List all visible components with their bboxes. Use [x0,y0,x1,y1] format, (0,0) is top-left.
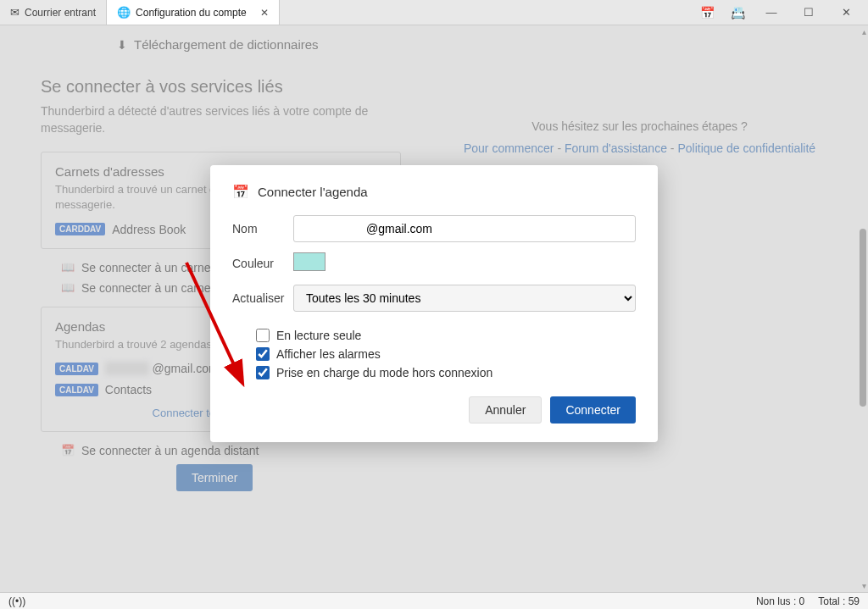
download-dictionaries-link[interactable]: ⬇ Téléchargement de dictionnaires [117,37,827,52]
window-close[interactable]: ✕ [831,6,861,19]
window-maximize[interactable]: ☐ [793,6,824,19]
scrollbar-thumb[interactable] [860,229,866,407]
caldav-tag: CALDAV [55,384,98,396]
calendar-connect-icon: 📅 [232,184,249,200]
label-refresh: Actualiser [232,291,293,305]
offline-label: Prise en charge du mode hors connexion [276,366,492,379]
label-name: Nom [232,222,293,235]
help-links: Pour commencer - Forum d'assistance - Po… [452,141,827,155]
calendar-icon[interactable]: 📅 [695,6,719,19]
addressbook-name: Address Book [112,223,186,236]
link-label: Se connecter à un agenda distant [81,444,259,457]
cancel-button[interactable]: Annuler [469,396,542,424]
agenda-color-picker[interactable] [293,252,326,271]
linked-services-sub: Thunderbird a détecté d'autres services … [41,103,401,136]
offline-row[interactable]: Prise en charge du mode hors connexion [256,366,636,379]
link-start[interactable]: Pour commencer [464,141,554,155]
alarms-row[interactable]: Afficher les alarmes [256,347,636,361]
carddav-tag: CARDDAV [55,223,105,235]
status-unread: Non lus : 0 [756,595,804,607]
label-color: Couleur [232,257,293,270]
refresh-interval-select[interactable]: Toutes les 30 minutes [293,285,636,312]
readonly-checkbox[interactable] [256,329,270,342]
link-forum[interactable]: Forum d'assistance [565,141,667,155]
connect-agenda-dialog: 📅 Connecter l'agenda Nom Couleur Actuali… [210,165,658,442]
readonly-row[interactable]: En lecture seule [256,329,636,342]
alarms-checkbox[interactable] [256,347,270,361]
book-icon: 📖 [61,281,75,294]
connect-button[interactable]: Connecter [550,396,636,424]
caldav-tag: CALDAV [55,363,98,375]
tab-account-config[interactable]: 🌐 Configuration du compte ✕ [107,0,280,25]
titlebar: ✉ Courrier entrant 🌐 Configuration du co… [0,0,868,25]
addressbook-icon[interactable]: 📇 [726,6,749,19]
statusbar: ((•)) Non lus : 0 Total : 59 [0,592,868,609]
tab-label: Configuration du compte [136,7,247,19]
contacts-label: Contacts [105,384,152,397]
calendar-icon: 📅 [61,444,75,457]
sync-icon[interactable]: ((•)) [8,595,25,607]
terminer-button[interactable]: Terminer [176,464,253,491]
linked-services-title: Se connecter à vos services liés [41,77,401,97]
close-tab-icon[interactable]: ✕ [260,7,269,19]
link-privacy[interactable]: Politique de confidentialité [677,141,815,155]
readonly-label: En lecture seule [276,329,361,342]
next-steps-text: Vous hésitez sur les prochaines étapes ? [452,119,827,133]
tab-label: Courrier entrant [25,7,96,19]
scroll-down-arrow[interactable]: ▾ [862,581,866,590]
globe-icon: 🌐 [117,6,131,19]
dialog-title: Connecter l'agenda [258,185,368,199]
titlebar-right-icons: 📅 📇 — ☐ ✕ [695,0,868,25]
offline-checkbox[interactable] [256,366,270,379]
gmail-suffix: @gmail.com [153,362,219,375]
connect-remote-agenda-link[interactable]: 📅 Se connecter à un agenda distant [61,444,401,457]
status-total: Total : 59 [818,595,860,607]
inbox-icon: ✉ [10,6,19,19]
tab-inbox[interactable]: ✉ Courrier entrant [0,0,107,25]
agenda-name-input[interactable] [293,215,636,242]
alarms-label: Afficher les alarmes [276,347,381,361]
blurred-email [105,362,149,375]
scroll-up-arrow[interactable]: ▴ [862,27,866,36]
download-label: Téléchargement de dictionnaires [134,37,319,52]
download-icon: ⬇ [117,38,127,52]
book-icon: 📖 [61,261,75,274]
window-minimize[interactable]: — [756,6,787,19]
